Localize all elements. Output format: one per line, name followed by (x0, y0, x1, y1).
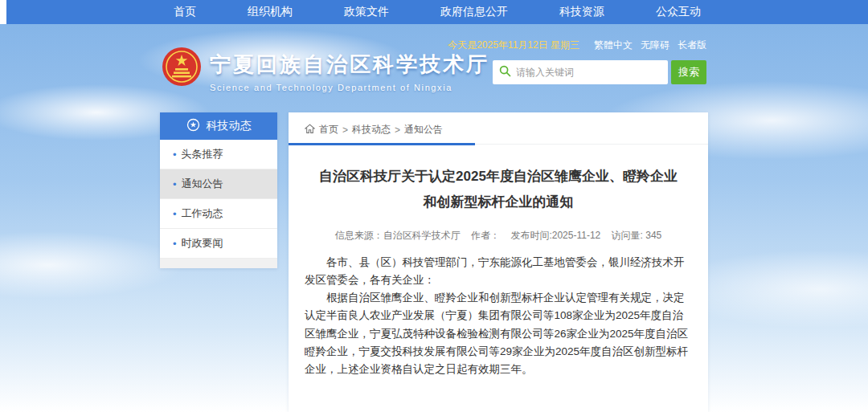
meta-source: 信息来源：自治区科学技术厅 (335, 230, 461, 241)
link-elderly-version[interactable]: 长者版 (678, 39, 706, 52)
breadcrumb: 首页 > 科技动态 > 通知公告 (305, 123, 692, 137)
meta-publish-time: 发布时间:2025-11-12 (510, 230, 600, 241)
sky-background: 宁夏回族自治区科学技术厅 Science and Technology Depa… (0, 24, 868, 412)
article-title: 自治区科技厅关于认定2025年度自治区雏鹰企业、瞪羚企业 和创新型标杆企业的通知 (305, 164, 692, 216)
sidebar-item-label: 工作动态 (182, 206, 223, 221)
article-paragraph: 根据自治区雏鹰企业、瞪羚企业和创新型标杆企业认定管理有关规定，决定认定半亩良人农… (305, 289, 692, 378)
search-input[interactable] (516, 67, 661, 78)
meta-author: 作者： (471, 230, 500, 241)
nav-item-public-interaction[interactable]: 公众互动 (656, 5, 701, 19)
sidebar-item-notices[interactable]: • 通知公告 (160, 169, 277, 199)
sidebar-item-work-updates[interactable]: • 工作动态 (160, 199, 277, 229)
nav-item-organization[interactable]: 组织机构 (248, 5, 293, 19)
nav-item-policy[interactable]: 政策文件 (344, 5, 389, 19)
search-icon (499, 65, 511, 80)
breadcrumb-separator: > (395, 124, 400, 136)
top-nav: 首页 组织机构 政策文件 政府信息公开 科技资源 公众互动 (6, 0, 868, 24)
national-emblem-logo (162, 47, 202, 87)
breadcrumb-separator: > (342, 124, 348, 136)
article-paragraph: 各市、县（区）科技管理部门，宁东能源化工基地管委会，银川经济技术开发区管委会，各… (305, 254, 692, 290)
bullet-icon: • (173, 208, 177, 220)
sidebar-item-label: 头条推荐 (182, 147, 223, 161)
bullet-icon: • (173, 238, 177, 250)
sidebar: 科技动态 • 头条推荐 • 通知公告 • 工作动态 (160, 112, 277, 268)
nav-item-tech-resources[interactable]: 科技资源 (559, 5, 604, 19)
sidebar-item-label: 时政要闻 (182, 236, 223, 251)
nav-item-home[interactable]: 首页 (174, 5, 196, 19)
sidebar-header: 科技动态 (160, 112, 277, 140)
meta-visit-count: 访问量: 345 (612, 230, 662, 241)
star-circle-icon (186, 118, 200, 134)
sidebar-title: 科技动态 (207, 119, 252, 133)
today-date: 今天是2025年11月12日 星期三 (448, 39, 579, 52)
breadcrumb-bar: 首页 > 科技动态 > 通知公告 (289, 112, 708, 145)
link-accessibility[interactable]: 无障碍 (641, 39, 669, 52)
link-traditional-chinese[interactable]: 繁體中文 (594, 39, 633, 52)
article-body: 各市、县（区）科技管理部门，宁东能源化工基地管委会，银川经济技术开发区管委会，各… (305, 254, 692, 379)
bullet-icon: • (173, 178, 177, 190)
page: 首页 组织机构 政策文件 政府信息公开 科技资源 公众互动 (0, 0, 868, 412)
breadcrumb-notices[interactable]: 通知公告 (404, 123, 443, 137)
nav-item-gov-info[interactable]: 政府信息公开 (440, 5, 508, 19)
breadcrumb-home[interactable]: 首页 (319, 123, 338, 137)
bullet-icon: • (173, 149, 177, 161)
main-panel: 首页 > 科技动态 > 通知公告 自治区科技厅关于认定2025年度自治区雏鹰企业… (289, 112, 708, 412)
breadcrumb-tech-news[interactable]: 科技动态 (352, 123, 391, 137)
home-icon (305, 124, 315, 137)
sidebar-item-label: 通知公告 (182, 177, 223, 191)
article-title-line2: 和创新型标杆企业的通知 (305, 190, 692, 215)
article-title-line1: 自治区科技厅关于认定2025年度自治区雏鹰企业、瞪羚企业 (305, 164, 692, 190)
sidebar-item-headlines[interactable]: • 头条推荐 (160, 140, 277, 169)
search-box (493, 60, 668, 84)
sidebar-item-political-news[interactable]: • 时政要闻 (160, 229, 277, 259)
search-button[interactable]: 搜索 (671, 60, 706, 84)
article-meta: 信息来源：自治区科学技术厅 作者： 发布时间:2025-11-12 访问量: 3… (305, 229, 692, 243)
sidebar-menu: • 头条推荐 • 通知公告 • 工作动态 • 时 (160, 140, 277, 259)
site-banner: 宁夏回族自治区科学技术厅 Science and Technology Depa… (160, 24, 708, 112)
sidebar-footer-strip (160, 259, 277, 268)
